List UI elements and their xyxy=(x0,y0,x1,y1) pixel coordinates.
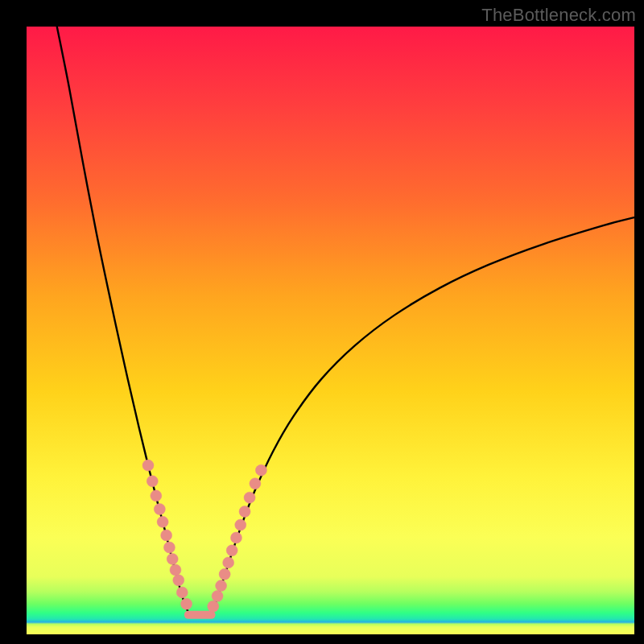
marker-dot xyxy=(208,601,219,612)
watermark-text: TheBottleneck.com xyxy=(481,5,636,26)
curve-left xyxy=(57,27,191,616)
marker-dot xyxy=(212,590,223,601)
marker-dot xyxy=(167,553,178,564)
marker-dot xyxy=(157,516,168,527)
chart-svg xyxy=(27,27,634,634)
marker-dot xyxy=(142,460,154,471)
marker-dot xyxy=(219,568,230,580)
plot-area xyxy=(27,27,634,634)
marker-group xyxy=(142,460,266,612)
marker-dot xyxy=(161,530,172,541)
marker-dot xyxy=(154,503,165,514)
marker-dot xyxy=(226,545,237,556)
marker-dot xyxy=(244,492,255,503)
chart-frame: TheBottleneck.com xyxy=(0,0,644,644)
marker-dot xyxy=(163,542,175,553)
curve-right xyxy=(209,217,635,616)
marker-dot xyxy=(230,532,242,543)
marker-dot xyxy=(255,464,266,476)
marker-dot xyxy=(176,587,188,598)
marker-dot xyxy=(239,506,250,517)
marker-dot xyxy=(170,564,181,576)
marker-dot xyxy=(151,490,162,502)
marker-dot xyxy=(223,557,234,568)
marker-dot xyxy=(250,478,261,489)
marker-dot xyxy=(147,476,158,487)
marker-dot xyxy=(181,598,192,609)
marker-dot xyxy=(235,519,246,530)
marker-dot xyxy=(216,580,227,592)
marker-dot xyxy=(173,575,184,586)
